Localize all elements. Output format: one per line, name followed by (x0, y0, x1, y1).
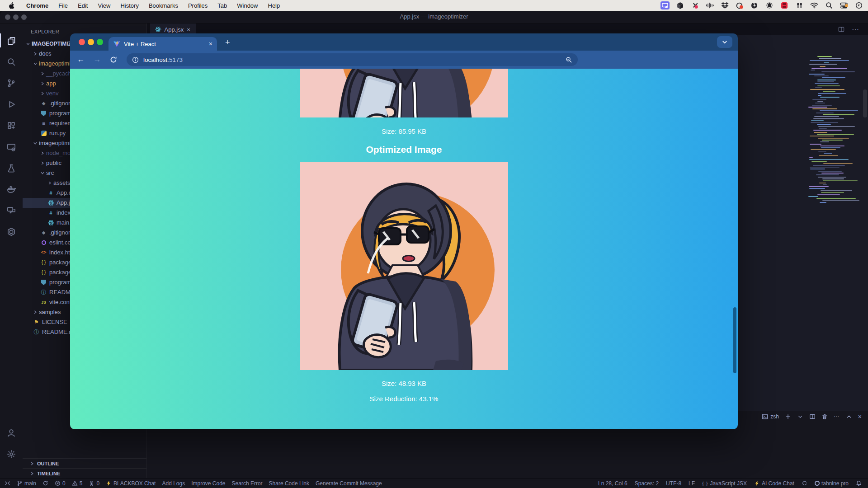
apple-logo-icon[interactable] (8, 2, 15, 9)
editor-more-actions-icon[interactable]: ⋯ (852, 25, 859, 34)
status-spaces-2[interactable]: Spaces: 2 (635, 480, 659, 487)
optimized-size-label: Size: 48.93 KB (382, 380, 426, 387)
status-main[interactable]: main (17, 480, 36, 487)
status-javascript-jsx[interactable]: { }JavaScript JSX (702, 480, 747, 487)
status-5[interactable]: 5 (72, 480, 83, 487)
menu-history[interactable]: History (115, 2, 143, 9)
terminal-chevron-down-icon[interactable] (797, 413, 803, 420)
chrome-minimize-button[interactable] (88, 39, 94, 45)
outline-label: OUTLINE (37, 461, 59, 466)
terminal-shell-label: zsh (770, 413, 779, 420)
menu-profiles[interactable]: Profiles (183, 2, 212, 9)
cleanshot-icon[interactable] (690, 1, 699, 9)
status-tabnine-pro[interactable]: tabnine pro (815, 480, 849, 487)
menu-chrome[interactable]: Chrome (21, 2, 53, 9)
status-blackbox-chat[interactable]: BLACKBOX Chat (106, 480, 156, 487)
terminal-terminal-icon[interactable]: zsh (762, 413, 779, 420)
chrome-toolbar: ← → localhost:5173 ★❖1b⋮ (70, 51, 738, 69)
docker-icon[interactable] (0, 178, 23, 200)
new-tab-button[interactable]: + (225, 39, 230, 46)
menubar-items: ChromeFileEditViewHistoryBookmarksProfil… (21, 2, 285, 9)
back-button[interactable]: ← (73, 55, 89, 64)
spotlight-icon[interactable] (825, 1, 834, 9)
menu-edit[interactable]: Edit (73, 2, 93, 9)
outline-section[interactable]: OUTLINE (23, 458, 146, 468)
timeline-label: TIMELINE (37, 471, 60, 476)
airpods-icon[interactable] (795, 1, 804, 9)
forward-button[interactable]: → (89, 55, 105, 64)
terminal-plus-icon[interactable] (785, 413, 791, 420)
terminal-chevron-up-icon[interactable] (846, 413, 852, 420)
status-remote[interactable] (5, 480, 10, 486)
menu-view[interactable]: View (93, 2, 115, 9)
status-generate-commit-message[interactable]: Generate Commit Message (316, 480, 382, 487)
minimap (808, 56, 863, 205)
tab-search-chevron-button[interactable] (717, 36, 732, 48)
voice-control-icon[interactable] (705, 1, 714, 9)
chat-icon[interactable] (0, 200, 23, 221)
one-switch-icon[interactable] (765, 1, 774, 9)
files-icon[interactable] (0, 30, 23, 51)
split-editor-icon[interactable] (838, 26, 844, 33)
remote-explorer-icon[interactable] (0, 136, 23, 157)
menu-help[interactable]: Help (263, 2, 285, 9)
status-improve-code[interactable]: Improve Code (191, 480, 225, 487)
screen-mirroring-icon[interactable] (660, 1, 670, 9)
settings-gear-icon[interactable] (0, 443, 23, 465)
terminal-ellipsis-icon[interactable]: ⋯ (834, 413, 840, 420)
account-icon[interactable] (0, 422, 23, 443)
status-lf[interactable]: LF (689, 480, 695, 487)
editor-scrollbar[interactable] (863, 89, 867, 117)
status-0[interactable]: 0 (89, 480, 99, 487)
status-0[interactable]: 0 (55, 480, 66, 487)
extensions-icon[interactable] (0, 115, 23, 136)
clock-icon[interactable] (854, 1, 863, 9)
menu-bookmarks[interactable]: Bookmarks (144, 2, 183, 9)
status-search-error[interactable]: Search Error (232, 480, 263, 487)
status-ai-code-chat[interactable]: AI Code Chat (754, 480, 794, 487)
vscode-window-title: App.jsx — imageoptimizer (0, 13, 868, 20)
media-downloader-icon[interactable] (750, 1, 759, 9)
shortcuts-app-icon[interactable] (675, 1, 684, 9)
status-bell[interactable] (856, 480, 862, 486)
testing-icon[interactable] (0, 157, 23, 178)
reload-button[interactable] (105, 56, 122, 63)
status-spinner[interactable] (802, 480, 807, 486)
terminal-split-icon[interactable] (809, 413, 816, 420)
run-debug-icon[interactable] (0, 94, 23, 115)
optimized-image-heading: Optimized Image (366, 144, 442, 155)
browser-tab[interactable]: Vite + React × (108, 37, 217, 51)
terminal-close-icon[interactable]: × (858, 413, 862, 420)
page-scrollbar-thumb[interactable] (733, 307, 736, 373)
source-control-icon[interactable] (0, 72, 23, 94)
timeline-section[interactable]: TIMELINE (23, 468, 146, 478)
status-ln-28-col-6[interactable]: Ln 28, Col 6 (598, 480, 627, 487)
status-share-code-link[interactable]: Share Code Link (269, 480, 309, 487)
status-add-logs[interactable]: Add Logs (162, 480, 185, 487)
optimized-image (300, 162, 508, 370)
wifi-icon[interactable] (810, 1, 819, 9)
chrome-close-button[interactable] (79, 39, 85, 45)
menu-window[interactable]: Window (232, 2, 263, 9)
control-center-icon[interactable] (840, 1, 849, 9)
status-sync[interactable] (42, 480, 48, 486)
tab-close-icon[interactable]: × (209, 40, 212, 47)
vscode-titlebar[interactable]: App.jsx — imageoptimizer (0, 11, 868, 23)
tab-close-icon[interactable]: × (187, 26, 190, 33)
keyframes-icon[interactable] (780, 1, 789, 9)
dropbox-icon[interactable] (720, 1, 729, 9)
address-bar[interactable]: localhost:5173 (127, 53, 578, 66)
menu-file[interactable]: File (53, 2, 73, 9)
status-utf-8[interactable]: UTF-8 (666, 480, 681, 487)
chrome-tabstrip: Vite + React × + (70, 33, 738, 51)
screen-record-icon[interactable] (735, 1, 744, 9)
terminal-trash-icon[interactable] (821, 413, 828, 420)
original-size-label: Size: 85.95 KB (382, 127, 426, 135)
continue-hexagon-icon[interactable] (0, 221, 23, 242)
menu-tab[interactable]: Tab (212, 2, 232, 9)
search-icon[interactable] (0, 51, 23, 72)
zoom-magnifier-icon[interactable] (566, 56, 572, 63)
site-info-icon[interactable] (132, 56, 139, 63)
chrome-zoom-button[interactable] (97, 39, 103, 45)
vscode-activity-bar (0, 23, 23, 478)
